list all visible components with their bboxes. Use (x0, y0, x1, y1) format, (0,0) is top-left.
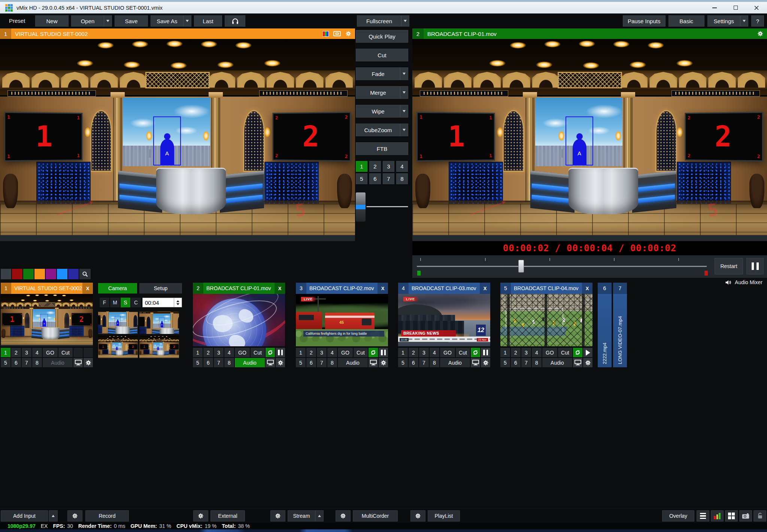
program-video[interactable]: 11111222225A (412, 39, 767, 241)
input-4-btn-4[interactable]: 4 (430, 348, 439, 357)
audio-button[interactable]: Audio (43, 358, 73, 367)
camera-position-thumb-1[interactable]: 11111222225A (98, 311, 138, 334)
loop-button[interactable] (266, 348, 275, 357)
stream-settings-button[interactable] (336, 510, 351, 522)
multiview-button[interactable] (725, 510, 738, 522)
last-button[interactable]: Last (194, 15, 222, 27)
menu-button[interactable] (697, 510, 709, 522)
gear-icon[interactable] (757, 31, 763, 37)
frame-icon[interactable] (333, 31, 341, 36)
input-5-btn-1[interactable]: 1 (500, 348, 510, 357)
seek-handle[interactable] (518, 260, 524, 273)
input-thumbnail[interactable]: 11111222225A (1, 294, 93, 346)
record-button[interactable]: Record (85, 510, 129, 522)
input-4-btn-5[interactable]: 5 (398, 358, 408, 367)
pause-button[interactable] (276, 348, 285, 357)
fullscreen-monitor-button[interactable] (471, 358, 480, 367)
input-1-btn-8[interactable]: 8 (32, 358, 42, 367)
search-button[interactable] (79, 269, 91, 279)
audio-button[interactable]: Audio (542, 358, 572, 367)
transition-preset-2[interactable]: 2 (369, 161, 381, 172)
headphones-button[interactable] (225, 15, 245, 27)
settings-button[interactable]: Settings (707, 15, 748, 27)
input-2-btn-8[interactable]: 8 (224, 358, 234, 367)
save-as-dropdown[interactable] (183, 16, 191, 26)
pause-button[interactable] (379, 348, 388, 357)
input-5-btn-5[interactable]: 5 (500, 358, 510, 367)
maximize-button[interactable] (725, 2, 746, 13)
restart-button[interactable]: Restart (715, 258, 743, 274)
input-2-btn-4[interactable]: 4 (224, 348, 234, 357)
input-header[interactable]: 3BROADCAST CLIP-02.movX (296, 283, 388, 294)
multicorder-settings-button[interactable] (410, 510, 425, 522)
minimize-button[interactable] (704, 2, 725, 13)
cut-transition-button[interactable]: Cut (356, 49, 408, 61)
wipe-transition-button[interactable]: Wipe (356, 105, 408, 118)
transition-preset-5[interactable]: 5 (356, 173, 367, 184)
input-3-btn-7[interactable]: 7 (317, 358, 327, 367)
fullscreen-monitor-button[interactable] (266, 358, 275, 367)
input-5-btn-go[interactable]: GO (542, 348, 557, 357)
input-2-btn-2[interactable]: 2 (203, 348, 213, 357)
pause-inputs-button[interactable]: Pause Inputs (623, 15, 666, 27)
add-input-settings-button[interactable] (67, 510, 82, 522)
input-4-btn-3[interactable]: 3 (419, 348, 429, 357)
setup-button[interactable]: Setup (139, 283, 182, 294)
input-tab-6[interactable]: 62222.mp4 (598, 283, 612, 367)
input-header[interactable]: 2BROADCAST CLIP-01.movX (193, 283, 285, 294)
camera-mode-s[interactable]: S (121, 298, 130, 307)
fade-transition-button[interactable]: Fade (356, 67, 408, 80)
camera-position-thumb-3[interactable]: 11111222225A (98, 336, 138, 358)
input-4-btn-2[interactable]: 2 (409, 348, 418, 357)
snapshot-button[interactable] (739, 510, 752, 522)
swatch-blank[interactable] (1, 269, 11, 279)
input-close-button[interactable]: X (480, 283, 490, 294)
transition-preset-3[interactable]: 3 (383, 161, 394, 172)
input-5-btn-4[interactable]: 4 (532, 348, 542, 357)
new-button[interactable]: New (35, 15, 69, 27)
input-3-btn-1[interactable]: 1 (296, 348, 306, 357)
t-bar-handle[interactable] (356, 192, 366, 222)
loop-button[interactable] (369, 348, 378, 357)
input-4-btn-cut[interactable]: Cut (456, 348, 470, 357)
stream-dropdown[interactable] (315, 510, 324, 522)
swatch-purple[interactable] (46, 269, 56, 279)
camera-position-thumb-2[interactable]: 11111222225A (139, 311, 179, 334)
audio-button[interactable]: Audio (235, 358, 265, 367)
audio-button[interactable]: Audio (440, 358, 470, 367)
input-settings-button[interactable] (379, 358, 388, 367)
input-1-btn-7[interactable]: 7 (22, 358, 31, 367)
loop-button[interactable] (573, 348, 582, 357)
input-4-btn-go[interactable]: GO (440, 348, 455, 357)
spinner-arrows[interactable] (174, 298, 182, 307)
camera-mode-c[interactable]: C (131, 298, 141, 307)
ftb-transition-button[interactable]: FTB (356, 142, 408, 155)
loop-button[interactable] (471, 348, 480, 357)
input-settings-button[interactable] (481, 358, 490, 367)
input-thumbnail[interactable] (193, 294, 285, 346)
transition-preset-8[interactable]: 8 (396, 173, 408, 184)
input-3-btn-5[interactable]: 5 (296, 358, 306, 367)
input-1-btn-cut[interactable]: Cut (58, 348, 73, 357)
input-5-btn-2[interactable]: 2 (511, 348, 521, 357)
merge-transition-button[interactable]: Merge (356, 86, 408, 99)
camera-mode-m[interactable]: M (110, 298, 120, 307)
add-input-button[interactable]: Add Input (1, 510, 48, 522)
camera-mode-f[interactable]: F (100, 298, 109, 307)
fullscreen-monitor-button[interactable] (573, 358, 582, 367)
input-1-btn-6[interactable]: 6 (11, 358, 21, 367)
preview-video[interactable]: 11111222225A (0, 39, 355, 241)
input-2-btn-7[interactable]: 7 (214, 358, 224, 367)
preview-header[interactable]: 1 VIRTUAL STUDIO SET-0002 (0, 28, 355, 39)
lock-button[interactable] (754, 510, 766, 522)
transition-preset-7[interactable]: 7 (383, 173, 394, 184)
basic-button[interactable]: Basic (669, 15, 704, 27)
swatch-orange[interactable] (34, 269, 45, 279)
duration-spinner[interactable]: 00:04 (142, 298, 182, 307)
input-4-btn-1[interactable]: 1 (398, 348, 408, 357)
input-close-button[interactable]: X (275, 283, 285, 294)
input-3-btn-8[interactable]: 8 (327, 358, 337, 367)
input-settings-button[interactable] (583, 358, 592, 367)
external-button[interactable]: External (210, 510, 245, 522)
input-5-btn-3[interactable]: 3 (521, 348, 531, 357)
